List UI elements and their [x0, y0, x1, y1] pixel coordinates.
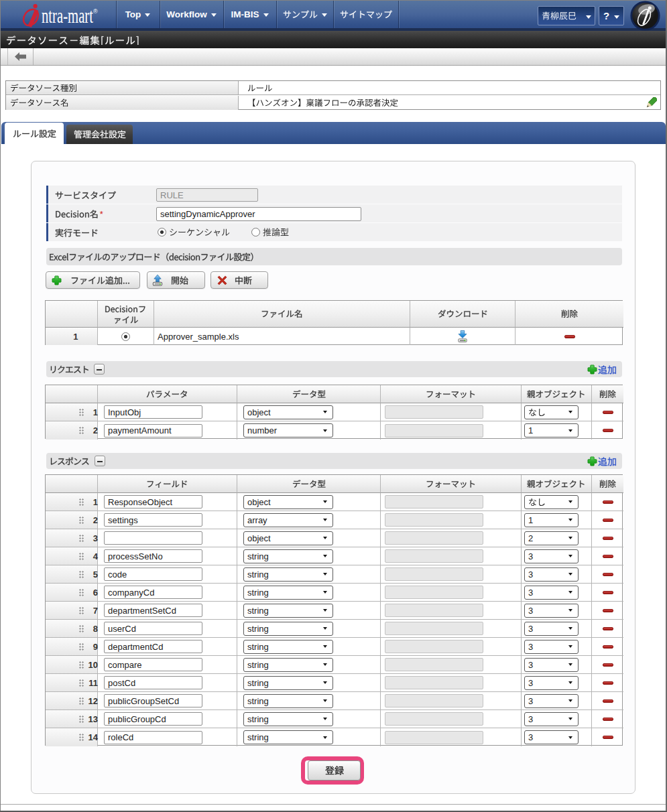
svg-text:®: ®: [93, 8, 98, 15]
svg-text:ntra-mart: ntra-mart: [42, 3, 93, 27]
